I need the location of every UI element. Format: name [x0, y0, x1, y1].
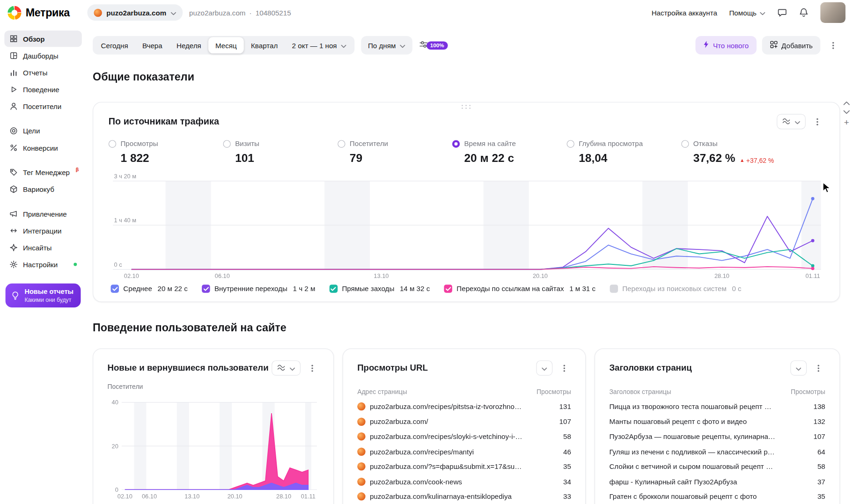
row-label[interactable]: puzo2arbuza.com/recipes/pitstsa-iz-tvoro… — [370, 402, 548, 410]
metric-depth[interactable]: Глубина просмотра 18,04 — [567, 139, 682, 165]
row-label[interactable]: фарш - Кулинарный сайт Пузо2Арбуза — [609, 477, 806, 485]
site-selector[interactable]: puzo2arbuza.com — [87, 4, 183, 21]
radio-icon[interactable] — [338, 140, 345, 147]
table-row[interactable]: Гратен с брокколи пошаговый рецепт с фот… — [609, 489, 825, 504]
table-row[interactable]: puzo2arbuza.com/recipes/pitstsa-iz-tvoro… — [357, 399, 571, 414]
row-value: 64 — [817, 447, 825, 455]
metric-time-on-site[interactable]: Время на сайте 20 м 22 с — [452, 139, 567, 165]
table-row[interactable]: puzo2arbuza.com/recipes/mantyi46 — [357, 444, 571, 459]
legend-item[interactable]: Прямые заходы14 м 32 с — [330, 285, 430, 292]
row-label[interactable]: puzo2arbuza.com/kulinarnaya-entsiklopedi… — [370, 492, 552, 500]
table-row[interactable]: puzo2arbuza.com/?s=фарш&submit.x=17&su…3… — [357, 459, 571, 474]
period-month[interactable]: Месяц — [208, 37, 244, 53]
sidebar-item-integrations[interactable]: Интеграции — [4, 222, 81, 239]
add-widget-side-button[interactable]: + — [844, 119, 849, 126]
sidebar-item-reports[interactable]: Отчеты — [4, 64, 81, 80]
card-kebab-menu[interactable] — [811, 359, 825, 378]
checkbox-icon[interactable] — [330, 285, 338, 292]
checkbox-icon[interactable] — [610, 285, 618, 292]
account-settings-link[interactable]: Настройка аккаунта — [652, 8, 717, 16]
urls-table: Адрес страницы Просмотры puzo2arbuza.com… — [357, 385, 571, 504]
granularity-select[interactable]: По дням — [361, 36, 412, 55]
radio-icon[interactable] — [567, 140, 574, 147]
row-label[interactable]: Гратен с брокколи пошаговый рецепт с фот… — [609, 492, 806, 500]
table-row[interactable]: Гуляш из печени с подливкой — классическ… — [609, 444, 825, 459]
avatar[interactable] — [820, 2, 846, 23]
row-label[interactable]: Пицца из творожного теста пошаговый реце… — [609, 402, 802, 410]
radio-icon[interactable] — [223, 140, 231, 147]
drag-handle[interactable] — [461, 105, 472, 110]
row-label[interactable]: Слойки с ветчиной и сыром пошаговый реце… — [609, 462, 806, 470]
radio-icon[interactable] — [681, 140, 689, 147]
period-quarter[interactable]: Квартал — [244, 37, 285, 53]
whats-new-button[interactable]: Что нового — [696, 36, 757, 55]
legend-item[interactable]: Переходы из поисковых систем0 с — [610, 285, 741, 292]
sidebar-item-visitors[interactable]: Посетители — [4, 98, 81, 115]
legend-item[interactable]: Переходы по ссылкам на сайтах1 м 31 с — [444, 285, 596, 292]
row-label[interactable]: puzo2arbuza.com/?s=фарш&submit.x=17&su… — [370, 462, 552, 470]
traffic-chart[interactable]: 3 ч 20 м1 ч 40 м0 с02.1006.1013.1020.102… — [109, 172, 824, 284]
row-label[interactable]: puzo2arbuza.com/cook-news — [370, 477, 552, 485]
metric-views[interactable]: Просмотры 1 822 — [109, 139, 223, 165]
visitors-chart[interactable]: 4020002.1006.1013.1020.1028.1001.11 — [108, 398, 319, 504]
add-widget-button[interactable]: Добавить — [762, 36, 820, 55]
sidebar-item-insights[interactable]: Инсайты — [4, 239, 81, 256]
sidebar-item-behavior[interactable]: Поведение — [4, 81, 81, 98]
row-label[interactable]: Гуляш из печени с подливкой — классическ… — [609, 447, 806, 455]
scroll-down-icon[interactable] — [843, 110, 850, 114]
metric-bounce-rate[interactable]: Отказы 37,62 % ▲+37,62 % — [681, 139, 796, 165]
row-label[interactable]: Пузо2Арбуза — пошаговые рецепты, кулинар… — [609, 432, 802, 440]
sidebar-item-conversions[interactable]: Конверсии — [4, 139, 81, 156]
period-today[interactable]: Сегодня — [94, 37, 135, 53]
sidebar-item-tag-manager[interactable]: Тег Менеджер β — [4, 164, 81, 181]
row-label[interactable]: puzo2arbuza.com/recipes/sloyki-s-vetchin… — [370, 432, 552, 440]
bell-icon[interactable] — [799, 7, 809, 17]
table-row[interactable]: Пицца из творожного теста пошаговый реце… — [609, 399, 825, 414]
table-row[interactable]: Пузо2Арбуза — пошаговые рецепты, кулинар… — [609, 429, 825, 444]
chart-settings-button[interactable] — [272, 360, 301, 376]
row-label[interactable]: Манты пошаговый рецепт с фото и видео — [609, 417, 802, 425]
legend-item[interactable]: Среднее20 м 22 с — [111, 285, 188, 292]
table-row[interactable]: Слойки с ветчиной и сыром пошаговый реце… — [609, 459, 825, 474]
chart-settings-button[interactable] — [777, 114, 806, 130]
help-menu[interactable]: Помощь — [729, 8, 765, 16]
chat-icon[interactable] — [777, 7, 787, 17]
metric-visitors[interactable]: Посетители 79 — [338, 139, 452, 165]
radio-icon[interactable] — [452, 140, 460, 147]
scroll-up-icon[interactable] — [843, 102, 850, 105]
table-row[interactable]: puzo2arbuza.com/107 — [357, 414, 571, 429]
card-kebab-menu[interactable] — [810, 112, 824, 131]
table-row[interactable]: фарш - Кулинарный сайт Пузо2Арбуза37 — [609, 474, 825, 489]
checkbox-icon[interactable] — [444, 285, 452, 292]
sidebar-item-acquisition[interactable]: Привлечение — [4, 205, 81, 222]
breadcrumb-site[interactable]: puzo2arbuza.com — [189, 8, 245, 16]
toolbar-kebab-menu[interactable] — [826, 36, 840, 55]
sidebar-item-goals[interactable]: Цели — [4, 123, 81, 139]
card-kebab-menu[interactable] — [305, 359, 319, 378]
table-row[interactable]: Манты пошаговый рецепт с фото и видео132 — [609, 414, 825, 429]
period-yesterday[interactable]: Вчера — [135, 37, 169, 53]
metric-label: Просмотры — [120, 139, 158, 147]
legend-item[interactable]: Внутренние переходы1 ч 2 м — [202, 285, 315, 292]
metrika-logo[interactable]: Метрика — [7, 6, 81, 19]
sampling-control[interactable]: 100% — [419, 39, 448, 51]
card-kebab-menu[interactable] — [557, 359, 571, 378]
expand-button[interactable] — [790, 360, 807, 376]
sidebar-item-settings[interactable]: Настройки — [4, 256, 81, 273]
expand-button[interactable] — [536, 360, 552, 376]
row-label[interactable]: puzo2arbuza.com/ — [370, 417, 548, 425]
table-row[interactable]: puzo2arbuza.com/recipes/sloyki-s-vetchin… — [357, 429, 571, 444]
checkbox-icon[interactable] — [202, 285, 210, 292]
sidebar-item-dashboards[interactable]: Дашборды — [4, 47, 81, 64]
row-label[interactable]: puzo2arbuza.com/recipes/mantyi — [370, 447, 552, 455]
metric-visits[interactable]: Визиты 101 — [223, 139, 338, 165]
table-row[interactable]: puzo2arbuza.com/kulinarnaya-entsiklopedi… — [357, 489, 571, 504]
period-week[interactable]: Неделя — [169, 37, 208, 53]
new-reports-promo[interactable]: Новые отчеты Какими они будут — [6, 284, 81, 307]
sidebar-item-overview[interactable]: Обзор — [4, 30, 81, 47]
radio-icon[interactable] — [109, 140, 116, 147]
sidebar-item-variocube[interactable]: Вариокуб — [4, 181, 81, 197]
table-row[interactable]: puzo2arbuza.com/cook-news34 — [357, 474, 571, 489]
date-range-button[interactable]: 2 окт — 1 ноя — [285, 37, 353, 53]
checkbox-icon[interactable] — [111, 285, 119, 292]
